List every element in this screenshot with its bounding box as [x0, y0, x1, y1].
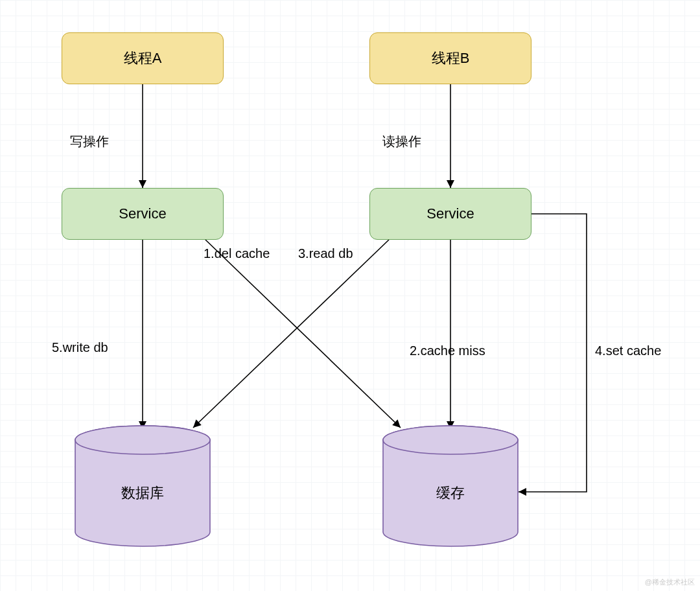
- node-thread-a: 线程A: [62, 32, 224, 84]
- node-thread-a-label: 线程A: [124, 49, 162, 68]
- label-read-op: 读操作: [382, 133, 421, 150]
- label-write-op: 写操作: [70, 133, 109, 150]
- node-service-b-label: Service: [426, 205, 474, 222]
- svg-point-3: [383, 426, 518, 454]
- node-cache-label: 缓存: [436, 483, 465, 503]
- edge-serviceA-cache: [205, 240, 401, 428]
- node-thread-b: 线程B: [369, 32, 531, 84]
- label-cache-miss: 2.cache miss: [410, 343, 485, 358]
- node-cache: 缓存: [382, 424, 519, 548]
- edge-serviceB-db: [193, 240, 389, 428]
- node-service-a: Service: [62, 188, 224, 240]
- diagram-canvas: 线程A 线程B Service Service 数据库 缓存 写操作 读操作 1…: [0, 0, 700, 591]
- label-set-cache: 4.set cache: [595, 343, 661, 358]
- node-thread-b-label: 线程B: [432, 49, 470, 68]
- node-service-a-label: Service: [119, 205, 166, 222]
- watermark: @稀金技术社区: [645, 577, 695, 587]
- edge-serviceB-setcache: [519, 214, 587, 492]
- node-database: 数据库: [75, 424, 211, 548]
- label-write-db: 5.write db: [52, 340, 108, 355]
- node-database-label: 数据库: [121, 483, 164, 503]
- label-read-db: 3.read db: [298, 246, 353, 261]
- svg-point-1: [75, 426, 210, 454]
- node-service-b: Service: [369, 188, 531, 240]
- label-del-cache: 1.del cache: [204, 246, 270, 261]
